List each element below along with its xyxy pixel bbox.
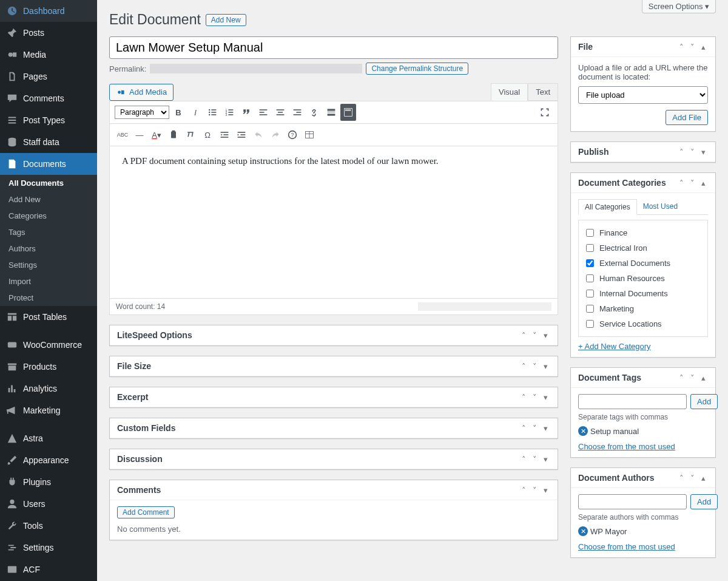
link-button[interactable]	[306, 104, 322, 121]
chevron-up-icon[interactable]: ˄	[519, 454, 528, 464]
table-button[interactable]	[302, 126, 317, 143]
chevron-down-icon[interactable]: ˅	[687, 373, 697, 382]
caret-down-icon[interactable]: ▾	[541, 330, 550, 340]
sub-settings[interactable]: Settings	[0, 257, 97, 273]
caret-down-icon[interactable]: ▾	[541, 454, 550, 464]
fullscreen-button[interactable]	[537, 104, 553, 121]
chevron-down-icon[interactable]: ˅	[530, 423, 539, 433]
nav-settings[interactable]: Settings	[0, 537, 97, 559]
paste-button[interactable]	[166, 126, 181, 143]
caret-up-icon[interactable]: ▴	[698, 473, 708, 483]
cat-tab-most-used[interactable]: Most Used	[637, 199, 684, 214]
nav-post-types[interactable]: Post Types	[0, 109, 97, 131]
chevron-up-icon[interactable]: ˄	[519, 330, 528, 340]
nav-post-tables[interactable]: Post Tables	[0, 306, 97, 328]
nav-dashboard[interactable]: Dashboard	[0, 0, 97, 22]
caret-down-icon[interactable]: ▾	[541, 423, 550, 433]
cat-tab-all[interactable]: All Categories	[578, 199, 637, 215]
nav-appearance[interactable]: Appearance	[0, 449, 97, 471]
toolbar-toggle-button[interactable]	[340, 104, 356, 121]
bullet-list-button[interactable]	[204, 104, 220, 121]
strikethrough-button[interactable]: ABC	[115, 126, 130, 143]
sub-authors[interactable]: Authors	[0, 240, 97, 257]
readmore-button[interactable]	[323, 104, 339, 121]
tab-text[interactable]: Text	[528, 83, 558, 101]
bold-button[interactable]: B	[170, 104, 186, 121]
remove-author-icon[interactable]: ✕	[578, 526, 588, 536]
category-item[interactable]: Marketing	[584, 301, 703, 316]
sub-categories[interactable]: Categories	[0, 208, 97, 224]
category-checkbox[interactable]	[586, 274, 594, 282]
content-editable[interactable]: A PDF document containing setup instruct…	[110, 146, 558, 298]
chevron-up-icon[interactable]: ˄	[676, 373, 686, 382]
caret-down-icon[interactable]: ▾	[541, 485, 550, 495]
category-checkbox[interactable]	[586, 290, 594, 297]
sub-protect[interactable]: Protect	[0, 290, 97, 306]
change-permalink-button[interactable]: Change Permalink Structure	[366, 63, 468, 75]
nav-products[interactable]: Products	[0, 356, 97, 378]
chevron-down-icon[interactable]: ˅	[687, 178, 697, 188]
add-new-button[interactable]: Add New	[206, 14, 246, 26]
choose-authors-link[interactable]: Choose from the most used	[578, 542, 675, 551]
add-comment-button[interactable]: Add Comment	[117, 506, 175, 518]
help-button[interactable]: ?	[285, 126, 300, 143]
chevron-down-icon[interactable]: ˅	[530, 454, 539, 464]
category-checkbox[interactable]	[586, 305, 594, 313]
chevron-down-icon[interactable]: ˅	[687, 473, 697, 483]
nav-media[interactable]: Media	[0, 44, 97, 66]
nav-tools[interactable]: Tools	[0, 515, 97, 537]
nav-astra[interactable]: Astra	[0, 427, 97, 449]
add-author-button[interactable]: Add	[690, 494, 718, 509]
caret-up-icon[interactable]: ▴	[698, 178, 708, 188]
chevron-down-icon[interactable]: ˅	[687, 147, 697, 157]
text-color-button[interactable]: A▾	[149, 126, 164, 143]
nav-comments[interactable]: Comments	[0, 87, 97, 109]
tag-input[interactable]	[578, 394, 687, 409]
blockquote-button[interactable]	[238, 104, 254, 121]
screen-options-toggle[interactable]: Screen Options ▾	[642, 0, 716, 13]
italic-button[interactable]: I	[187, 104, 203, 121]
nav-analytics[interactable]: Analytics	[0, 378, 97, 399]
nav-acf[interactable]: ACF	[0, 559, 97, 580]
chevron-up-icon[interactable]: ˄	[519, 392, 528, 402]
sub-import[interactable]: Import	[0, 273, 97, 290]
category-item[interactable]: Finance	[584, 225, 703, 240]
chevron-up-icon[interactable]: ˄	[676, 178, 686, 188]
category-item[interactable]: Human Resources	[584, 271, 703, 286]
choose-tags-link[interactable]: Choose from the most used	[578, 442, 675, 451]
caret-down-icon[interactable]: ▾	[698, 147, 708, 157]
chevron-down-icon[interactable]: ˅	[530, 485, 539, 495]
category-item[interactable]: Electrical Iron	[584, 240, 703, 256]
chevron-down-icon[interactable]: ˅	[687, 42, 697, 52]
align-right-button[interactable]	[289, 104, 305, 121]
align-left-button[interactable]	[255, 104, 271, 121]
category-item[interactable]: Internal Documents	[584, 286, 703, 301]
chevron-down-icon[interactable]: ˅	[530, 392, 539, 402]
chevron-down-icon[interactable]: ˅	[530, 361, 539, 371]
chevron-up-icon[interactable]: ˄	[676, 147, 686, 157]
tab-visual[interactable]: Visual	[491, 83, 528, 101]
clear-format-button[interactable]	[183, 126, 198, 143]
format-select[interactable]: Paragraph	[115, 106, 169, 119]
caret-up-icon[interactable]: ▴	[698, 42, 708, 52]
chevron-up-icon[interactable]: ˄	[676, 473, 686, 483]
sub-all-documents[interactable]: All Documents	[0, 175, 97, 191]
nav-posts[interactable]: Posts	[0, 22, 97, 44]
document-title-input[interactable]	[109, 36, 558, 59]
nav-plugins[interactable]: Plugins	[0, 471, 97, 493]
caret-up-icon[interactable]: ▴	[698, 373, 708, 382]
nav-users[interactable]: Users	[0, 493, 97, 515]
sub-tags[interactable]: Tags	[0, 224, 97, 240]
nav-woocommerce[interactable]: WooCommerce	[0, 334, 97, 356]
category-checkbox[interactable]	[586, 244, 594, 252]
hr-button[interactable]: —	[132, 126, 147, 143]
category-item[interactable]: Service Locations	[584, 316, 703, 331]
caret-down-icon[interactable]: ▾	[541, 392, 550, 402]
add-media-button[interactable]: Add Media	[109, 84, 174, 101]
numbered-list-button[interactable]: 123	[221, 104, 237, 121]
chevron-up-icon[interactable]: ˄	[676, 42, 686, 52]
author-input[interactable]	[578, 494, 687, 509]
indent-button[interactable]	[234, 126, 249, 143]
category-checkbox[interactable]	[586, 259, 594, 267]
special-char-button[interactable]: Ω	[200, 126, 215, 143]
